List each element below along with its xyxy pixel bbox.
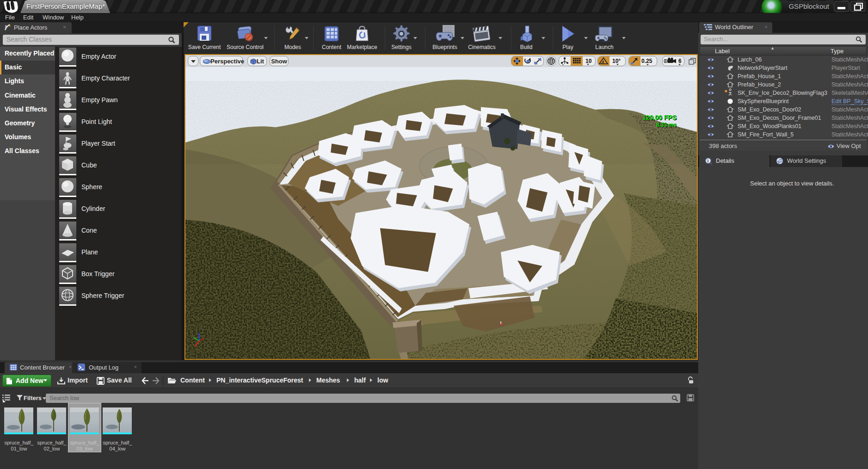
svg-text:10°: 10° bbox=[612, 58, 621, 64]
svg-text:i: i bbox=[707, 158, 708, 163]
svg-text:10: 10 bbox=[585, 58, 592, 64]
svg-text:6: 6 bbox=[678, 58, 682, 64]
svg-text:0.25: 0.25 bbox=[641, 58, 653, 64]
